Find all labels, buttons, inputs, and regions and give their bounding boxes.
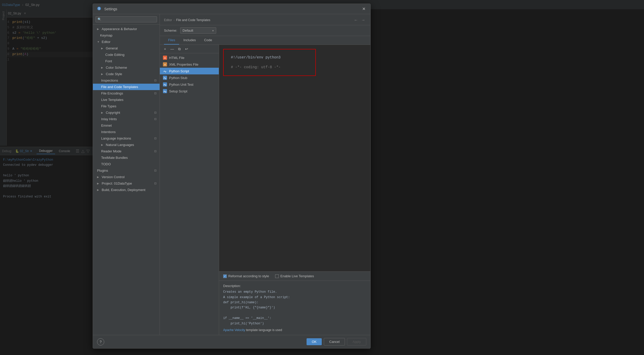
file-list-toolbar: + — ⧉ ↩ — [160, 45, 219, 53]
arrow-icon: ▶ — [101, 66, 104, 69]
sidebar-item-color-scheme[interactable]: ▶ Color Scheme — [93, 64, 160, 71]
sidebar-item-inspections[interactable]: Inspections ⊡ — [93, 77, 160, 84]
scheme-row: Scheme: Default Project ▼ — [160, 25, 370, 36]
setup-script-icon: Py — [163, 89, 167, 93]
apply-button[interactable]: Apply — [347, 338, 366, 345]
sidebar-item-file-encodings[interactable]: File Encodings ⊡ — [93, 90, 160, 97]
sidebar-item-emmet[interactable]: Emmet — [93, 122, 160, 129]
sidebar-item-label: Reader Mode — [101, 149, 121, 153]
live-templates-checkbox-box — [275, 274, 279, 278]
sidebar-item-plugins[interactable]: Plugins ⊡ — [93, 167, 160, 174]
breadcrumb-sep: › — [173, 18, 175, 22]
file-item-python-test[interactable]: Py Python Unit Test — [160, 81, 219, 88]
sidebar-item-label: File Types — [101, 104, 116, 108]
template-editor[interactable]: #!/user/bin/env python3 # -*- coding: ut… — [219, 45, 370, 271]
file-item-label: Python Script — [169, 69, 189, 73]
settings-content: Editor › File and Code Templates ← → Sch… — [160, 14, 370, 335]
python-file-icon: Py — [163, 69, 167, 73]
sidebar-item-label: Inlay Hints — [101, 117, 117, 121]
live-templates-checkbox[interactable]: Enable Live Templates — [275, 274, 314, 278]
ok-button[interactable]: OK — [307, 338, 322, 345]
tab-files[interactable]: Files — [164, 36, 179, 45]
add-button[interactable]: + — [162, 46, 168, 52]
sidebar-item-keymap[interactable]: Keymap — [93, 32, 160, 39]
scheme-select-wrapper: Default Project ▼ — [180, 27, 216, 34]
sidebar-item-label: General — [106, 46, 118, 50]
sidebar-item-project[interactable]: ▶ Project: 01DataType ⊡ — [93, 180, 160, 187]
file-item-xml[interactable]: X XML Properties File — [160, 61, 219, 68]
desc-line: A simple example of a Python script: — [223, 295, 366, 300]
file-list-panel: + — ⧉ ↩ H — [160, 45, 219, 335]
sidebar-item-font[interactable]: Font — [93, 58, 160, 64]
file-item-html[interactable]: H HTML File — [160, 54, 219, 61]
sidebar-item-live-templates[interactable]: Live Templates — [93, 97, 160, 103]
content-header: Editor › File and Code Templates ← → — [160, 14, 370, 25]
sidebar-item-copyright[interactable]: ▶ Copyright ⊡ — [93, 109, 160, 116]
file-item-python-script[interactable]: Py Python Script — [160, 68, 219, 74]
close-button[interactable]: ✕ — [361, 6, 366, 12]
help-button[interactable]: ? — [97, 338, 104, 345]
sidebar-item-intentions[interactable]: Intentions — [93, 129, 160, 135]
sidebar-item-label: Emmet — [101, 124, 112, 127]
desc-line: print_hi('Python') — [223, 321, 366, 326]
cancel-button[interactable]: Cancel — [324, 338, 345, 345]
file-item-setup-script[interactable]: Py Setup Script — [160, 88, 219, 94]
tab-includes[interactable]: Includes — [179, 36, 200, 45]
scheme-select[interactable]: Default Project — [180, 27, 216, 34]
sidebar-item-file-templates[interactable]: File and Code Templates — [93, 84, 160, 90]
sidebar-item-general[interactable]: ▶ General — [93, 45, 160, 51]
search-input[interactable] — [95, 16, 157, 22]
description-label: Description: — [223, 284, 366, 288]
sidebar-item-natural-langs[interactable]: ▶ Natural Languages — [93, 142, 160, 148]
sidebar-item-code-editing[interactable]: Code Editing — [93, 51, 160, 58]
sidebar-item-todo[interactable]: TODO — [93, 161, 160, 167]
template-panel: #!/user/bin/env python3 # -*- coding: ut… — [219, 45, 370, 335]
sidebar-item-reader-mode[interactable]: Reader Mode ⊡ — [93, 148, 160, 154]
dialog-titlebar: S Settings ✕ — [93, 4, 370, 14]
sidebar-item-textmate[interactable]: TextMate Bundles — [93, 154, 160, 161]
apache-velocity-link[interactable]: Apache Velocity — [223, 328, 245, 332]
sidebar-item-label: File and Code Templates — [101, 85, 138, 89]
search-container: 🔍 — [93, 14, 160, 25]
copy-button[interactable]: ⧉ — [176, 46, 182, 52]
tab-code[interactable]: Code — [200, 36, 216, 45]
reformat-checkbox[interactable]: ✓ Reformat according to style — [223, 274, 269, 278]
svg-text:Py: Py — [164, 70, 166, 73]
sidebar-item-label: Code Editing — [105, 53, 124, 57]
back-button[interactable]: ← — [353, 17, 359, 23]
breadcrumb-current: File and Code Templates — [176, 18, 210, 22]
sidebar-item-vcs[interactable]: ▶ Version Control — [93, 174, 160, 180]
file-item-python-stub[interactable]: Py Python Stub — [160, 74, 219, 81]
sidebar-item-label: Project: 01DataType — [102, 181, 132, 185]
sidebar-item-label: TextMate Bundles — [101, 156, 128, 160]
sidebar-item-appearance[interactable]: ▶ Appearance & Behavior — [93, 26, 160, 32]
reset-button[interactable]: ↩ — [184, 46, 190, 52]
file-item-label: Python Unit Test — [169, 83, 193, 86]
dialog-footer: ? OK Cancel Apply — [93, 335, 370, 348]
template-highlight-container: #!/user/bin/env python3 # -*- coding: ut… — [223, 49, 366, 76]
sidebar-item-editor[interactable]: ▼ Editor — [93, 39, 160, 45]
check-icon: ✓ — [224, 275, 226, 278]
desc-line: print(f'Hi, {"{name}"}') — [223, 305, 366, 310]
description-area: Description: Creates an empty Python fil… — [219, 281, 370, 335]
inspections-badge: ⊡ — [154, 79, 156, 82]
reader-badge: ⊡ — [154, 150, 156, 153]
inlay-badge: ⊡ — [154, 117, 156, 121]
sidebar-item-build[interactable]: ▶ Build, Execution, Deployment — [93, 187, 160, 193]
sidebar-item-lang-injections[interactable]: Language Injections ⊡ — [93, 135, 160, 142]
svg-text:X: X — [164, 64, 166, 66]
sidebar-item-inlay-hints[interactable]: Inlay Hints ⊡ — [93, 116, 160, 122]
sidebar-item-file-types[interactable]: File Types — [93, 103, 160, 109]
injections-badge: ⊡ — [154, 137, 156, 140]
sidebar-item-label: Editor — [102, 40, 110, 44]
forward-button[interactable]: → — [360, 17, 366, 23]
svg-text:S: S — [98, 7, 100, 10]
description-content: Creates an empty Python file. A simple e… — [223, 289, 366, 326]
sidebar-item-label: TODO — [101, 162, 111, 166]
encodings-badge: ⊡ — [154, 92, 156, 95]
remove-button[interactable]: — — [169, 46, 175, 52]
arrow-icon: ▶ — [101, 73, 104, 75]
sidebar-item-code-style[interactable]: ▶ Code Style — [93, 71, 160, 77]
dialog-icon: S — [97, 6, 102, 11]
sidebar-item-label: Intentions — [101, 130, 116, 134]
